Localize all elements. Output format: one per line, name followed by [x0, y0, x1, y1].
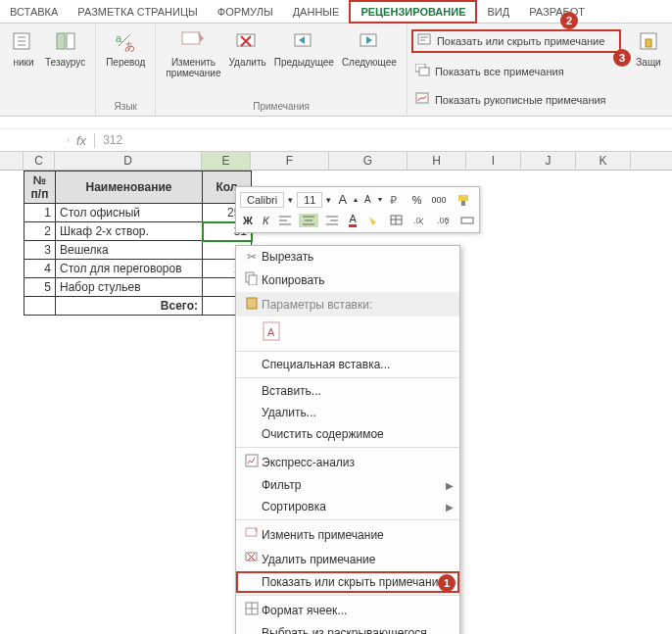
name-box[interactable] [0, 138, 69, 142]
grow-font-button[interactable]: A [335, 191, 350, 208]
submenu-arrow-icon: ▶ [446, 480, 454, 491]
col-header-g[interactable]: G [329, 152, 408, 170]
menu-copy[interactable]: Копировать [236, 268, 459, 292]
menu-filter[interactable]: Фильтр ▶ [236, 474, 459, 496]
thesaurus-button[interactable]: Тезаурус [41, 25, 89, 70]
tab-view[interactable]: ВИД [477, 2, 519, 22]
show-ink-label: Показать рукописные примечания [435, 94, 606, 106]
col-header-d[interactable]: D [55, 152, 202, 170]
thesaurus-icon [52, 27, 79, 55]
show-hide-comment-button[interactable]: Показать или скрыть примечание [411, 29, 621, 53]
borders-button[interactable] [387, 214, 407, 227]
svg-text:a: a [116, 32, 122, 44]
cell-total[interactable]: Всего: [56, 297, 203, 316]
protect-button[interactable]: Защи [631, 25, 666, 70]
menu-edit-comment[interactable]: Изменить примечание [236, 522, 459, 547]
cell-name-4[interactable]: Стол для переговоров [56, 260, 203, 278]
cell-name-5[interactable]: Набор стульев [56, 278, 203, 297]
menu-delete-comment[interactable]: Удалить примечание [236, 547, 459, 571]
bold-button[interactable]: Ж [240, 214, 256, 227]
tab-review[interactable]: РЕЦЕНЗИРОВАНИЕ [349, 0, 477, 24]
tab-insert[interactable]: ВСТАВКА [0, 2, 68, 22]
comma-button[interactable]: 000 [429, 194, 450, 206]
copy-icon [242, 271, 262, 288]
svg-rect-27 [246, 455, 258, 466]
shrink-font-button[interactable]: A [361, 193, 374, 206]
font-color-button[interactable]: A [346, 212, 359, 228]
menu-clear[interactable]: Очистить содержимое [236, 423, 459, 445]
menu-pick-from-list[interactable]: Выбрать из раскрывающегося списка... [236, 622, 459, 634]
currency-button[interactable]: ₽ [386, 192, 406, 208]
increase-decimal-button[interactable]: .00 [434, 214, 454, 227]
translate-label: Перевод [106, 57, 145, 68]
cell-num-1[interactable]: 1 [24, 204, 56, 222]
align-center-button[interactable] [299, 214, 318, 227]
merge-button[interactable] [457, 214, 477, 227]
fx-label[interactable]: fx [69, 133, 95, 148]
quick-analysis-icon [242, 454, 262, 470]
paste-header-icon [242, 296, 262, 313]
mini-toolbar: Calibri ▾ 11 ▾ A▴ A▾ ₽ % 000 Ж К A .0 .0… [235, 186, 480, 233]
group-language-label: Язык [115, 101, 137, 114]
formula-input[interactable]: 312 [95, 131, 672, 149]
delete-comment-icon [234, 27, 262, 55]
menu-delete[interactable]: Удалить... [236, 402, 459, 423]
font-select[interactable]: Calibri [240, 192, 284, 208]
menu-insert[interactable]: Вставить... [236, 380, 459, 402]
font-size-select[interactable]: 11 [297, 192, 322, 208]
delete-comment-label: Удалить [229, 57, 266, 68]
proof-niki-button[interactable]: ники [6, 25, 41, 70]
cell-num-5[interactable]: 5 [24, 278, 56, 297]
edit-comment-icon [179, 27, 207, 55]
annotation-3: 3 [613, 49, 631, 67]
cell-name-2[interactable]: Шкаф 2-х створ. [56, 222, 203, 241]
tab-data[interactable]: ДАННЫЕ [283, 2, 350, 22]
menu-paste-option-default[interactable]: A [236, 317, 459, 349]
percent-button[interactable]: % [409, 193, 425, 207]
proof-niki-label: ники [13, 57, 33, 68]
delete-comment-button[interactable]: Удалить [225, 25, 270, 80]
cell-name-3[interactable]: Вешелка [56, 241, 203, 260]
col-header-i[interactable]: I [466, 152, 521, 170]
tab-page-layout[interactable]: РАЗМЕТКА СТРАНИЦЫ [68, 2, 207, 22]
show-all-comments-button[interactable]: Показать все примечания [411, 62, 621, 81]
previous-comment-button[interactable]: Предыдущее [270, 25, 338, 80]
cell-num-4[interactable]: 4 [24, 260, 56, 278]
format-painter-button[interactable] [454, 192, 473, 208]
italic-button[interactable]: К [260, 214, 271, 227]
context-menu: ✂ Вырезать Копировать Параметры вставки:… [235, 245, 460, 634]
ink-icon [415, 92, 431, 108]
menu-sort[interactable]: Сортировка ▶ [236, 496, 459, 517]
fill-color-button[interactable] [363, 214, 383, 227]
cell-name-1[interactable]: Стол офисный [56, 204, 203, 222]
previous-icon [290, 27, 317, 55]
svg-text:₽: ₽ [390, 194, 397, 206]
align-right-button[interactable] [322, 214, 342, 227]
show-ink-button[interactable]: Показать рукописные примечания [411, 90, 621, 110]
menu-quick-analysis[interactable]: Экспресс-анализ [236, 450, 459, 474]
menu-show-hide-comment[interactable]: Показать или скрыть примечания 1 [236, 571, 459, 593]
svg-rect-2 [67, 33, 74, 49]
translate-button[interactable]: aあ Перевод [102, 25, 149, 70]
cell-num-3[interactable]: 3 [24, 241, 56, 260]
menu-cut[interactable]: ✂ Вырезать [236, 246, 459, 268]
svg-rect-17 [461, 201, 465, 206]
tab-formulas[interactable]: ФОРМУЛЫ [208, 2, 283, 22]
edit-comment-button[interactable]: Изменить примечание [162, 25, 224, 80]
select-all-corner[interactable] [0, 152, 24, 170]
next-icon [356, 27, 383, 55]
col-header-f[interactable]: F [251, 152, 329, 170]
cell-num-2[interactable]: 2 [24, 222, 56, 241]
col-header-k[interactable]: K [576, 152, 631, 170]
decrease-decimal-button[interactable]: .0 [410, 214, 430, 227]
edit-comment-menu-icon [242, 526, 262, 543]
col-header-j[interactable]: J [521, 152, 576, 170]
tab-developer[interactable]: РАЗРАБОТ [519, 2, 595, 22]
menu-format-cells[interactable]: Формат ячеек... [236, 598, 459, 622]
next-comment-button[interactable]: Следующее [338, 25, 401, 80]
col-header-e[interactable]: E [202, 152, 251, 170]
col-header-c[interactable]: C [24, 152, 55, 170]
menu-paste-special[interactable]: Специальная вставка... [236, 354, 459, 375]
align-left-button[interactable] [275, 214, 295, 227]
col-header-h[interactable]: H [408, 152, 466, 170]
